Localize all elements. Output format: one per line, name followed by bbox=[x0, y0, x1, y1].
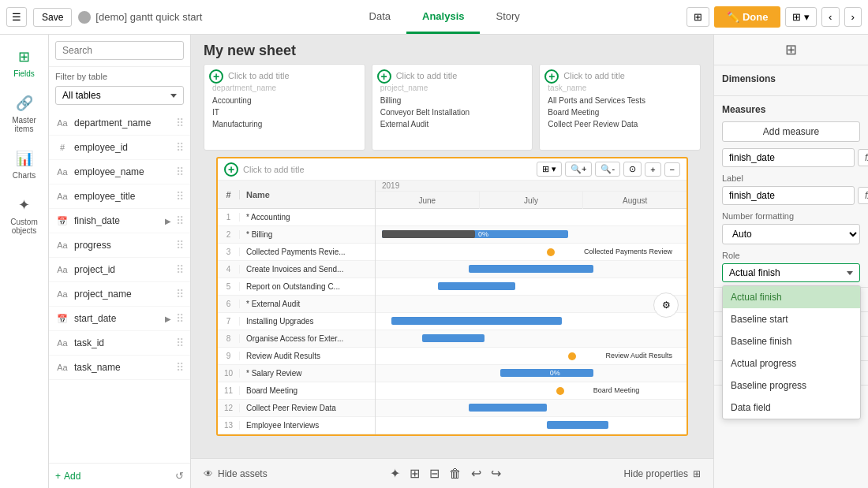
gantt-view-button[interactable]: ⊞ ▾ bbox=[537, 162, 562, 177]
list-item: Collect Peer Review Data bbox=[548, 119, 692, 129]
role-dropdown: Actual finish Baseline start Baseline fi… bbox=[722, 285, 861, 419]
card-title-3: Click to add title bbox=[544, 69, 695, 80]
charts-icon: 📊 bbox=[15, 149, 34, 168]
card-list-1: Accounting IT Manufacturing bbox=[209, 94, 360, 131]
bar-row-7 bbox=[376, 313, 687, 330]
field-item-employee-title[interactable]: Aa employee_title ⠿ bbox=[49, 184, 190, 209]
save-button[interactable]: Save bbox=[33, 8, 72, 27]
role-option-baseline-finish[interactable]: Baseline finish bbox=[723, 330, 860, 352]
role-option-actual-finish[interactable]: Actual finish bbox=[723, 286, 860, 308]
menu-button[interactable]: ☰ bbox=[6, 7, 27, 27]
master-items-icon: 🔗 bbox=[15, 94, 34, 113]
field-item-project-name[interactable]: Aa project_name ⠿ bbox=[49, 282, 190, 307]
role-option-actual-progress[interactable]: Actual progress bbox=[723, 352, 860, 374]
undo-button[interactable]: ↩ bbox=[471, 466, 481, 481]
sidebar-item-master-items[interactable]: 🔗 Master items bbox=[0, 88, 48, 140]
calendar-icon: 📅 bbox=[55, 311, 69, 326]
action-icon-1[interactable]: ✦ bbox=[390, 466, 400, 481]
main-layout: ⊞ Fields 🔗 Master items 📊 Charts ✦ Custo… bbox=[0, 35, 868, 488]
done-button[interactable]: ✏️ Done bbox=[714, 6, 781, 28]
list-item: Conveyor Belt Installation bbox=[380, 107, 525, 117]
prev-button[interactable]: ‹ bbox=[821, 7, 839, 27]
add-measure-button[interactable]: Add measure bbox=[722, 121, 860, 142]
bar-installing bbox=[391, 317, 563, 325]
redo-button[interactable]: ↪ bbox=[491, 466, 501, 481]
drag-handle-icon: ⠿ bbox=[176, 214, 184, 227]
role-label: Role bbox=[722, 251, 860, 260]
export-button[interactable]: ⊞ ▾ bbox=[785, 7, 817, 27]
tab-analysis[interactable]: Analysis bbox=[406, 1, 480, 34]
label-value-input[interactable] bbox=[722, 186, 855, 205]
chart-card-3[interactable]: + Click to add title task_name All Ports… bbox=[539, 64, 701, 151]
table-filter-select[interactable]: All tables bbox=[55, 86, 184, 105]
role-option-baseline-start[interactable]: Baseline start bbox=[723, 308, 860, 330]
measure-value-row: fx bbox=[722, 148, 860, 167]
topbar-right: ⊞ ✏️ Done ⊞ ▾ ‹ › bbox=[687, 6, 862, 28]
timeline-header: 2019 June July August bbox=[376, 181, 687, 209]
card-title-2: Click to add title bbox=[377, 69, 528, 80]
list-item: Board Meeting bbox=[548, 107, 692, 117]
field-item-start-date[interactable]: 📅 start_date ▶ ⠿ bbox=[49, 307, 190, 331]
drag-handle-icon: ⠿ bbox=[176, 312, 184, 325]
action-icon-2[interactable]: ⊞ bbox=[410, 466, 420, 481]
drag-handle-icon: ⠿ bbox=[176, 141, 184, 154]
card-field-2: project_name bbox=[377, 80, 528, 94]
sidebar-toggle-icon: ⊞ bbox=[693, 468, 701, 479]
field-item-department-name[interactable]: Aa department_name ⠿ bbox=[49, 111, 190, 136]
search-input[interactable] bbox=[55, 41, 184, 60]
role-option-baseline-progress[interactable]: Baseline progress bbox=[723, 374, 860, 397]
field-item-finish-date[interactable]: 📅 finish_date ▶ ⠿ bbox=[49, 209, 190, 233]
drag-handle-icon: ⠿ bbox=[176, 288, 184, 300]
add-field-button[interactable]: + Add bbox=[55, 471, 80, 482]
timeline-year: 2019 bbox=[376, 181, 687, 192]
bar-salary bbox=[500, 369, 593, 377]
bar-organise bbox=[422, 334, 485, 342]
field-item-project-id[interactable]: Aa project_id ⠿ bbox=[49, 258, 190, 282]
tab-data[interactable]: Data bbox=[354, 1, 406, 34]
gantt-table: # Name 1* Accounting 2 * Billing 3 Colle… bbox=[218, 181, 687, 434]
gantt-chart-card[interactable]: + Click to add title ⊞ ▾ 🔍+ 🔍- ⊙ + − ⚙ bbox=[216, 157, 688, 436]
sidebar-item-custom-objects[interactable]: ✦ Custom objects bbox=[0, 189, 48, 241]
chart-card-1[interactable]: + Click to add title department_name Acc… bbox=[204, 64, 365, 151]
charts-area: + Click to add title department_name Acc… bbox=[191, 64, 713, 442]
top-tabs: Data Analysis Story bbox=[354, 1, 536, 34]
tab-story[interactable]: Story bbox=[480, 1, 535, 34]
bottom-center-actions: ✦ ⊞ ⊟ 🗑 ↩ ↪ bbox=[390, 466, 501, 481]
hide-assets-button[interactable]: 👁 Hide assets bbox=[204, 468, 268, 479]
role-option-data-field[interactable]: Data field bbox=[723, 397, 860, 419]
dimensions-section[interactable]: Dimensions bbox=[714, 65, 868, 96]
sidebar-item-charts[interactable]: 📊 Charts bbox=[0, 143, 48, 186]
chevron-down-icon bbox=[847, 271, 853, 275]
bar-collect bbox=[469, 404, 547, 412]
view-button[interactable]: ⊞ bbox=[687, 7, 709, 27]
bar-label: Board Meeting bbox=[593, 386, 640, 394]
number-format-select[interactable]: Auto bbox=[722, 224, 860, 244]
next-button[interactable]: › bbox=[844, 7, 862, 27]
role-select[interactable]: Actual finish bbox=[722, 263, 860, 282]
gantt-remove-row-button[interactable]: − bbox=[664, 162, 680, 177]
gantt-zoom-out-button[interactable]: 🔍- bbox=[595, 162, 620, 177]
field-item-task-id[interactable]: Aa task_id ⠿ bbox=[49, 331, 190, 356]
gantt-fit-button[interactable]: ⊙ bbox=[623, 162, 642, 177]
sidebar-item-fields[interactable]: ⊞ Fields bbox=[0, 41, 48, 84]
role-dropdown-container: Actual finish Actual finish Baseline sta… bbox=[722, 263, 860, 282]
refresh-button[interactable]: ↺ bbox=[175, 470, 184, 482]
hide-properties-button[interactable]: Hide properties ⊞ bbox=[624, 468, 701, 479]
topbar: ☰ Save [demo] gantt quick start Data Ana… bbox=[0, 0, 868, 35]
field-item-employee-name[interactable]: Aa employee_name ⠿ bbox=[49, 160, 190, 184]
menu-icon: ☰ bbox=[12, 11, 21, 23]
app-dot-icon bbox=[78, 11, 91, 24]
measure-value-input[interactable] bbox=[722, 148, 855, 167]
action-icon-3[interactable]: ⊟ bbox=[429, 466, 440, 481]
delete-button[interactable]: 🗑 bbox=[449, 467, 462, 481]
gantt-settings-button[interactable]: ⚙ bbox=[653, 292, 679, 318]
fx-button-measure[interactable]: fx bbox=[858, 149, 868, 166]
gantt-add-row-button[interactable]: + bbox=[645, 162, 660, 177]
field-item-task-name[interactable]: Aa task_name ⠿ bbox=[49, 356, 190, 380]
gantt-zoom-in-button[interactable]: 🔍+ bbox=[565, 162, 592, 177]
field-item-employee-id[interactable]: # employee_id ⠿ bbox=[49, 136, 190, 160]
chart-card-2[interactable]: + Click to add title project_name Billin… bbox=[372, 64, 533, 151]
label-label: Label bbox=[722, 173, 860, 183]
fx-button-label[interactable]: fx bbox=[858, 187, 868, 204]
field-item-progress[interactable]: Aa progress ⠿ bbox=[49, 233, 190, 258]
